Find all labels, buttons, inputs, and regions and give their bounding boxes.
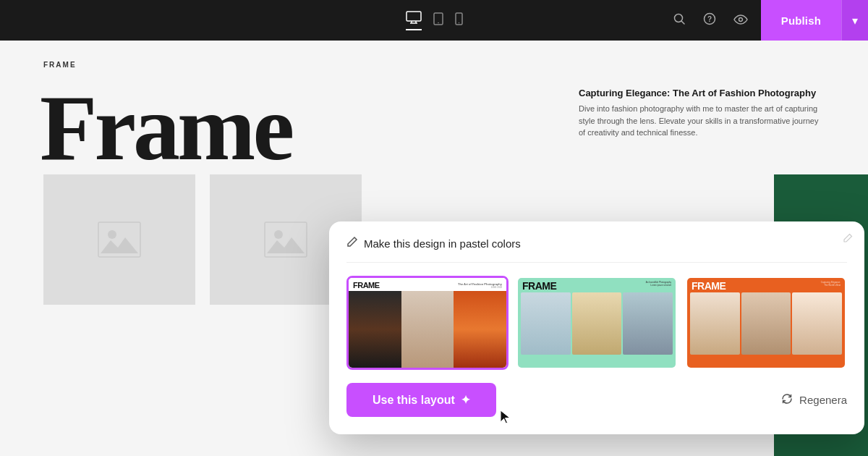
- layout3-bg: FRAME Capturing Elegance:The World's Bes…: [687, 278, 845, 368]
- regenerate-label: Regenera: [799, 394, 847, 406]
- sparkle-icon: ✦: [461, 393, 470, 407]
- svg-point-15: [108, 230, 116, 239]
- layout1-header: FRAME The Art of Fashion Photography JUN…: [349, 278, 506, 291]
- device-selector: [406, 11, 463, 30]
- layout-card-1[interactable]: FRAME The Art of Fashion Photography JUN…: [346, 276, 509, 370]
- ai-prompt-row: Make this design in pastel colors: [346, 236, 847, 263]
- mobile-icon[interactable]: [455, 12, 463, 29]
- use-layout-button[interactable]: Use this layout ✦: [346, 383, 496, 417]
- chevron-down-icon: ▾: [852, 14, 858, 27]
- ai-prompt-text: Make this design in pastel colors: [364, 237, 521, 250]
- layouts-row: FRAME The Art of Fashion Photography JUN…: [346, 276, 847, 370]
- preview-icon[interactable]: [729, 10, 752, 31]
- svg-point-9: [674, 14, 682, 22]
- use-layout-label: Use this layout: [373, 394, 455, 407]
- tablet-icon[interactable]: [433, 12, 443, 29]
- svg-point-13: [739, 17, 742, 21]
- prompt-pencil-icon: [346, 236, 358, 250]
- layout3-photo3: [792, 292, 842, 355]
- layout3-photo2: [741, 292, 791, 355]
- layout3-text: Capturing Elegance:The World's Best: [821, 281, 841, 287]
- frame-label: FRAME: [43, 61, 77, 69]
- layout-card-3[interactable]: FRAME Capturing Elegance:The World's Bes…: [685, 276, 847, 370]
- layout1-photo1: [349, 291, 401, 368]
- bottom-action-row: Use this layout ✦ Regenera: [346, 383, 847, 417]
- svg-point-6: [438, 22, 439, 23]
- layout2-photo1: [521, 292, 571, 355]
- svg-line-10: [681, 21, 684, 24]
- ai-panel: Make this design in pastel colors FRAME …: [329, 221, 864, 434]
- layout1-photo3: [454, 291, 506, 368]
- help-icon[interactable]: ?: [699, 9, 720, 32]
- layout3-header: FRAME Capturing Elegance:The World's Bes…: [687, 278, 845, 291]
- layout2-header: FRAME An Incredible PhotographyLorem ips…: [518, 278, 676, 291]
- layout2-bg: FRAME An Incredible PhotographyLorem ips…: [518, 278, 676, 368]
- svg-point-8: [458, 22, 459, 22]
- layout1-photos: [349, 291, 506, 368]
- layout1-logo: FRAME: [353, 281, 380, 290]
- topbar: ? Publish ▾: [0, 0, 868, 41]
- layout2-logo: FRAME: [522, 281, 556, 291]
- layout2-text: An Incredible PhotographyLorem ipsum sit…: [646, 281, 671, 287]
- right-block-title: Capturing Elegance: The Art of Fashion P…: [579, 88, 825, 98]
- svg-rect-0: [407, 12, 421, 21]
- regenerate-icon: [780, 392, 793, 408]
- svg-point-17: [274, 230, 283, 239]
- search-icon[interactable]: [668, 9, 690, 32]
- layout3-photos: [687, 291, 845, 356]
- layout1-info: The Art of Fashion Photography JUNE 2023: [458, 282, 502, 289]
- regenerate-button[interactable]: Regenera: [780, 392, 847, 408]
- layout-card-2[interactable]: FRAME An Incredible PhotographyLorem ips…: [516, 276, 678, 370]
- right-block-body: Dive into fashion photography with me to…: [579, 103, 825, 139]
- topbar-right: ? Publish ▾: [668, 0, 868, 41]
- right-text-block: Capturing Elegance: The Art of Fashion P…: [579, 88, 825, 139]
- layout2-photos: [518, 291, 676, 356]
- publish-btn-group: Publish ▾: [761, 0, 868, 41]
- svg-text:?: ?: [707, 15, 712, 23]
- canvas: FRAME Frame Capturing Elegance: The Art …: [0, 41, 868, 456]
- layout2-photo2: [572, 292, 622, 355]
- frame-big-text: Frame: [40, 80, 292, 174]
- panel-edit-icon[interactable]: [843, 233, 853, 245]
- desktop-icon[interactable]: [406, 11, 422, 30]
- layout3-photo1: [690, 292, 740, 355]
- publish-button[interactable]: Publish: [761, 0, 841, 41]
- placeholder-image-left: [43, 174, 195, 305]
- publish-dropdown-button[interactable]: ▾: [841, 0, 868, 41]
- layout1-photo2: [401, 291, 454, 368]
- layout2-photo3: [623, 292, 673, 355]
- layout3-logo: FRAME: [692, 281, 726, 291]
